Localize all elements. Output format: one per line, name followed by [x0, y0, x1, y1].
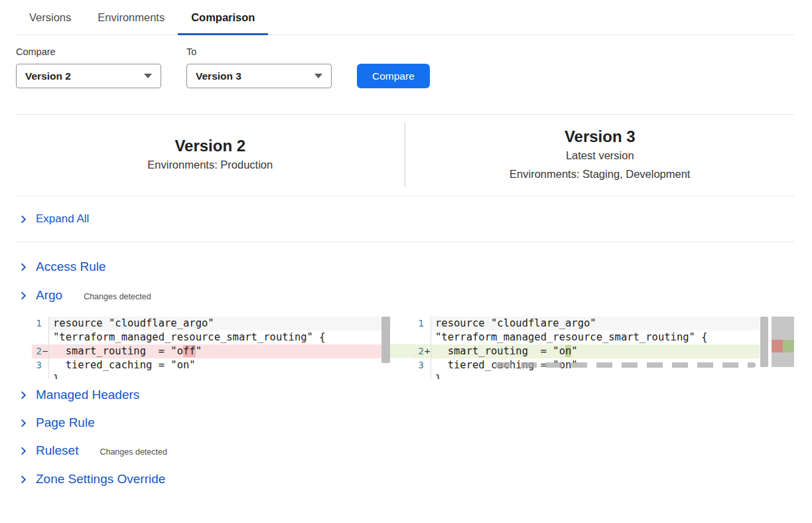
compare-version-select[interactable]: Version 2 — [16, 64, 161, 88]
chevron-right-icon — [19, 446, 29, 456]
section-label: Page Rule — [36, 415, 95, 430]
section-argo[interactable]: Argo Changes detected — [16, 287, 794, 303]
chevron-right-icon — [19, 262, 29, 272]
minimap-removed-marker — [772, 340, 783, 352]
right-version-environments: Environments: Staging, Development — [406, 165, 795, 183]
chevron-down-icon — [314, 74, 322, 78]
diff-line: 1 resource "cloudflare_argo" — [32, 317, 391, 331]
section-managed-headers[interactable]: Managed Headers — [16, 387, 794, 403]
version-headers: Version 2 Environments: Production Versi… — [16, 114, 794, 196]
diff-change-connector — [390, 344, 413, 358]
diff-line-wrap: "terraform_managed_resource_smart_routin… — [413, 331, 760, 344]
section-label: Ruleset — [36, 443, 78, 458]
to-label: To — [186, 46, 332, 57]
changes-detected-badge: Changes detected — [84, 290, 151, 301]
chevron-right-icon — [19, 418, 29, 428]
section-list: Access Rule Argo Changes detected 1 reso… — [16, 242, 794, 487]
tab-versions[interactable]: Versions — [16, 0, 84, 35]
expand-all-label: Expand All — [36, 212, 89, 226]
section-label: Argo — [36, 288, 62, 303]
argo-diff-viewer: 1 resource "cloudflare_argo" "terraform_… — [16, 317, 794, 379]
diff-line-added: 2+ smart_routing = "on" — [413, 344, 760, 358]
right-version-title: Version 3 — [406, 127, 795, 146]
chevron-right-icon — [19, 214, 29, 224]
compare-version-value: Version 2 — [25, 70, 71, 82]
section-zone-settings-override[interactable]: Zone Settings Override — [16, 471, 794, 487]
removed-word-highlight: ff — [183, 345, 196, 357]
right-version-subtitle: Latest version — [406, 146, 795, 165]
compare-form: Compare Version 2 To Version 3 Compare — [16, 46, 794, 88]
left-version-title: Version 2 — [16, 137, 405, 155]
section-label: Managed Headers — [36, 388, 139, 402]
section-access-rule[interactable]: Access Rule — [16, 259, 794, 275]
chevron-right-icon — [19, 475, 29, 485]
diff-line-clipped: } — [32, 372, 391, 379]
changes-detected-badge: Changes detected — [100, 445, 167, 457]
expand-all-toggle[interactable]: Expand All — [16, 196, 794, 242]
minimap-added-marker — [783, 340, 794, 352]
left-version-environments: Environments: Production — [16, 155, 405, 174]
to-version-select[interactable]: Version 3 — [186, 64, 332, 88]
right-pane-scrollbar[interactable] — [760, 317, 768, 367]
version-header-left: Version 2 Environments: Production — [16, 137, 405, 174]
to-version-value: Version 3 — [196, 70, 241, 82]
diff-line-removed: 2− smart_routing = "off" — [32, 344, 391, 358]
compare-field: Compare Version 2 — [16, 46, 161, 88]
section-ruleset[interactable]: Ruleset Changes detected — [16, 443, 794, 459]
section-label: Access Rule — [36, 260, 106, 274]
chevron-right-icon — [19, 390, 29, 400]
diff-pane-right[interactable]: 1 resource "cloudflare_argo" "terraform_… — [413, 317, 760, 379]
tab-comparison[interactable]: Comparison — [178, 0, 268, 35]
section-label: Zone Settings Override — [36, 472, 165, 486]
diff-overview-minimap[interactable] — [772, 317, 794, 367]
section-page-rule[interactable]: Page Rule — [16, 415, 794, 431]
diff-pane-left[interactable]: 1 resource "cloudflare_argo" "terraform_… — [32, 317, 391, 379]
horizontal-scrollbar[interactable] — [496, 362, 756, 368]
diff-line-clipped: } — [413, 372, 760, 379]
tab-environments[interactable]: Environments — [84, 0, 178, 35]
tab-bar: Versions Environments Comparison — [16, 0, 794, 35]
version-header-right: Version 3 Latest version Environments: S… — [406, 127, 795, 183]
added-word-highlight: n — [565, 345, 571, 357]
diff-line-wrap: "terraform_managed_resource_smart_routin… — [32, 331, 391, 344]
diff-line: 3 tiered_caching = "on" — [32, 358, 391, 372]
diff-line: 1 resource "cloudflare_argo" — [413, 317, 760, 331]
left-pane-scrollbar[interactable] — [381, 317, 390, 363]
compare-button[interactable]: Compare — [357, 64, 430, 88]
page: Versions Environments Comparison Compare… — [16, 0, 794, 487]
to-field: To Version 3 — [186, 46, 332, 88]
compare-label: Compare — [16, 46, 161, 57]
chevron-right-icon — [19, 291, 29, 301]
chevron-down-icon — [144, 74, 152, 78]
